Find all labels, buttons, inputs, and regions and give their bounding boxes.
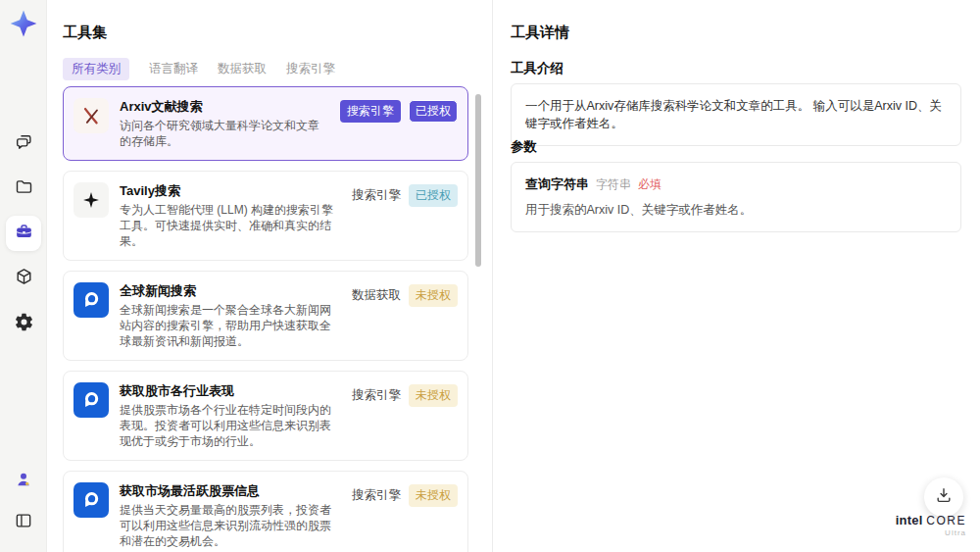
param-required-badge: 必填 — [638, 176, 662, 193]
tool-title: Arxiv文献搜索 — [120, 98, 329, 116]
tool-title: Tavily搜索 — [120, 182, 341, 200]
tab-0[interactable]: 所有类别 — [63, 58, 129, 80]
param-name: 查询字符串 — [525, 176, 589, 193]
tool-category-tag: 数据获取 — [352, 287, 401, 304]
tools-panel-title: 工具集 — [63, 24, 107, 42]
tool-intro-card: 一个用于从Arxiv存储库搜索科学论文和文章的工具。 输入可以是Arxiv ID… — [511, 83, 961, 146]
tool-card[interactable]: 获取市场最活跃股票信息 提供当天交易量最高的股票列表，投资者可以利用这些信息来识… — [63, 471, 468, 552]
tool-card[interactable]: Arxiv文献搜索 访问各个研究领域大量科学论文和文章的存储库。 搜索引擎 已授… — [63, 86, 468, 161]
tool-category-tag: 搜索引擎 — [352, 387, 401, 404]
chat-icon — [14, 131, 34, 156]
tool-category-tag: 搜索引擎 — [340, 100, 401, 123]
collapse-sidebar-button[interactable] — [6, 505, 41, 540]
user-avatar[interactable] — [6, 464, 41, 499]
tool-description: 访问各个研究领域大量科学论文和文章的存储库。 — [120, 118, 329, 149]
tool-card[interactable]: 全球新闻搜索 全球新闻搜索是一个聚合全球各大新闻网站内容的搜索引擎，帮助用户快速… — [63, 271, 468, 361]
core-wordmark: CORE — [926, 514, 966, 527]
tool-auth-badge: 未授权 — [409, 484, 458, 507]
sidebar-bottom — [0, 464, 47, 540]
tab-2[interactable]: 数据获取 — [218, 58, 267, 80]
tool-title: 全球新闻搜索 — [120, 282, 341, 300]
tool-auth-badge: 已授权 — [409, 184, 458, 207]
tool-auth-badge: 未授权 — [409, 284, 458, 307]
download-icon — [934, 485, 954, 509]
intro-heading: 工具介绍 — [511, 60, 564, 77]
app-window: 工具集 所有类别语言翻译数据获取搜索引擎 Arxiv文献搜索 访问各个研究领域大… — [0, 0, 980, 552]
tool-description: 专为人工智能代理 (LLM) 构建的搜索引擎工具。可快速提供实时、准确和真实的结… — [120, 202, 341, 249]
params-heading: 参数 — [511, 138, 537, 156]
tool-title: 获取市场最活跃股票信息 — [120, 482, 341, 500]
sidebar-item-chat[interactable] — [6, 125, 41, 161]
q-icon — [74, 482, 109, 518]
tool-category-tag: 搜索引擎 — [352, 187, 401, 204]
sidebar-item-settings[interactable] — [6, 306, 41, 341]
param-card: 查询字符串 字符串 必填 用于搜索的Arxiv ID、关键字或作者姓名。 — [511, 162, 961, 232]
tool-description: 提供当天交易量最高的股票列表，投资者可以利用这些信息来识别流动性强的股票和潜在的… — [120, 502, 341, 549]
tool-title: 获取股市各行业表现 — [120, 382, 341, 400]
sidebar-item-models[interactable] — [6, 261, 41, 296]
tool-card[interactable]: Tavily搜索 专为人工智能代理 (LLM) 构建的搜索引擎工具。可快速提供实… — [63, 171, 468, 261]
left-sidebar — [0, 0, 47, 552]
tool-list: Arxiv文献搜索 访问各个研究领域大量科学论文和文章的存储库。 搜索引擎 已授… — [63, 86, 468, 552]
intel-wordmark: intel — [896, 513, 923, 527]
tool-card[interactable]: 获取股市各行业表现 提供股票市场各个行业在特定时间段内的表现。投资者可以利用这些… — [63, 371, 468, 461]
tab-1[interactable]: 语言翻译 — [149, 58, 198, 80]
cube-icon — [14, 267, 34, 291]
tool-auth-badge: 已授权 — [409, 100, 458, 123]
category-tabs: 所有类别语言翻译数据获取搜索引擎 — [63, 58, 335, 80]
tool-list-scrollbar[interactable] — [475, 94, 481, 267]
download-button[interactable] — [924, 477, 963, 517]
avatar-icon — [14, 470, 33, 493]
briefcase-icon — [14, 222, 34, 246]
sidebar-item-tools[interactable] — [6, 216, 41, 251]
tool-intro-text: 一个用于从Arxiv存储库搜索科学论文和文章的工具。 输入可以是Arxiv ID… — [525, 99, 942, 130]
tool-category-tag: 搜索引擎 — [352, 487, 401, 504]
ultra-wordmark: Ultra — [896, 528, 966, 537]
q-icon — [74, 382, 109, 418]
tab-3[interactable]: 搜索引擎 — [286, 58, 335, 80]
tool-auth-badge: 未授权 — [409, 384, 458, 407]
tool-details-panel: 工具详情 工具介绍 一个用于从Arxiv存储库搜索科学论文和文章的工具。 输入可… — [511, 0, 961, 552]
intel-core-logo: intel CORE Ultra — [896, 513, 966, 537]
app-logo star-logo-icon[interactable] — [10, 10, 37, 37]
param-type: 字符串 — [596, 176, 631, 193]
folder-icon — [14, 176, 34, 201]
panel-toggle-icon — [14, 511, 33, 534]
sidebar-nav — [0, 125, 47, 341]
param-description: 用于搜索的Arxiv ID、关键字或作者姓名。 — [525, 202, 947, 219]
arxiv-icon — [74, 98, 109, 133]
gear-icon — [14, 312, 34, 336]
details-panel-title: 工具详情 — [511, 24, 569, 42]
q-icon — [74, 282, 109, 318]
tool-description: 提供股票市场各个行业在特定时间段内的表现。投资者可以利用这些信息来识别表现优于或… — [120, 402, 341, 449]
tool-description: 全球新闻搜索是一个聚合全球各大新闻网站内容的搜索引擎，帮助用户快速获取全球最新资… — [120, 302, 341, 349]
sparkle-icon — [74, 182, 109, 218]
tools-panel: 工具集 所有类别语言翻译数据获取搜索引擎 Arxiv文献搜索 访问各个研究领域大… — [63, 0, 468, 552]
panel-divider — [492, 0, 493, 552]
sidebar-item-files[interactable] — [6, 171, 41, 206]
